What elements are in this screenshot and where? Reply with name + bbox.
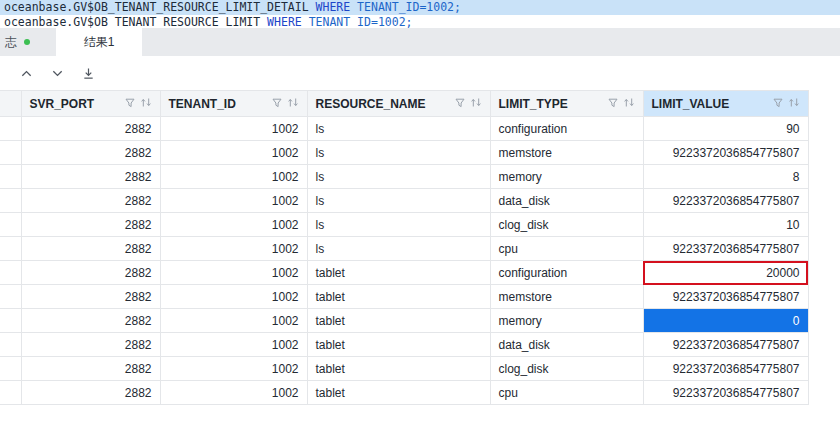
tab-log[interactable]: 志 — [0, 28, 40, 56]
cell-limit_value[interactable]: 90 — [643, 117, 808, 141]
cell-svr_port[interactable]: 2882 — [21, 357, 160, 381]
cell-limit_value[interactable]: 9223372036854775807 — [643, 357, 808, 381]
cell-resource_name[interactable]: ls — [307, 189, 490, 213]
cell-tenant_id[interactable]: 1002 — [160, 357, 307, 381]
cell-tenant_id[interactable]: 1002 — [160, 141, 307, 165]
cell-limit_value[interactable]: 10 — [643, 213, 808, 237]
cell-svr_port[interactable]: 2882 — [21, 285, 160, 309]
column-header-svr_port[interactable]: SVR_PORT — [21, 91, 160, 117]
chevron-down-icon[interactable] — [48, 64, 66, 82]
filter-icon[interactable] — [608, 97, 618, 111]
cell-limit_value[interactable]: 0 — [643, 309, 808, 333]
cell-limit_type[interactable]: memory — [490, 309, 643, 333]
cell-tenant_id[interactable]: 1002 — [160, 189, 307, 213]
cell-limit_type[interactable]: configuration — [490, 117, 643, 141]
row-handle[interactable] — [0, 213, 21, 237]
sort-icon[interactable] — [623, 97, 635, 111]
cell-resource_name[interactable]: tablet — [307, 381, 490, 405]
row-filler — [808, 285, 840, 309]
cell-resource_name[interactable]: tablet — [307, 261, 490, 285]
cell-limit_value[interactable]: 9223372036854775807 — [643, 237, 808, 261]
cell-tenant_id[interactable]: 1002 — [160, 261, 307, 285]
cell-limit_type[interactable]: cpu — [490, 237, 643, 261]
cell-svr_port[interactable]: 2882 — [21, 165, 160, 189]
cell-resource_name[interactable]: ls — [307, 237, 490, 261]
row-handle[interactable] — [0, 189, 21, 213]
cell-resource_name[interactable]: ls — [307, 117, 490, 141]
sort-icon[interactable] — [470, 97, 482, 111]
download-icon[interactable] — [79, 64, 97, 82]
cell-tenant_id[interactable]: 1002 — [160, 285, 307, 309]
cell-resource_name[interactable]: tablet — [307, 333, 490, 357]
sort-icon[interactable] — [287, 97, 299, 111]
header-filler — [808, 91, 840, 117]
column-header-limit_value[interactable]: LIMIT_VALUE — [643, 91, 808, 117]
cell-limit_type[interactable]: clog_disk — [490, 213, 643, 237]
cell-svr_port[interactable]: 2882 — [21, 141, 160, 165]
cell-tenant_id[interactable]: 1002 — [160, 237, 307, 261]
cell-resource_name[interactable]: ls — [307, 213, 490, 237]
row-handle[interactable] — [0, 117, 21, 141]
sort-icon[interactable] — [788, 97, 800, 111]
table-row: 28821002lscpu9223372036854775807 — [0, 237, 840, 261]
sql-line-1[interactable]: oceanbase.GV$OB_TENANT_RESOURCE_LIMIT_DE… — [0, 0, 840, 15]
cell-tenant_id[interactable]: 1002 — [160, 333, 307, 357]
cell-limit_value[interactable]: 9223372036854775807 — [643, 189, 808, 213]
row-handle[interactable] — [0, 141, 21, 165]
row-handle[interactable] — [0, 381, 21, 405]
cell-tenant_id[interactable]: 1002 — [160, 309, 307, 333]
column-header-tenant_id[interactable]: TENANT_ID — [160, 91, 307, 117]
cell-resource_name[interactable]: tablet — [307, 309, 490, 333]
row-handle[interactable] — [0, 285, 21, 309]
row-handle[interactable] — [0, 309, 21, 333]
row-handle[interactable] — [0, 333, 21, 357]
column-header-resource_name[interactable]: RESOURCE_NAME — [307, 91, 490, 117]
cell-limit_type[interactable]: memstore — [490, 141, 643, 165]
cell-svr_port[interactable]: 2882 — [21, 117, 160, 141]
cell-limit_type[interactable]: data_disk — [490, 189, 643, 213]
cell-limit_value[interactable]: 9223372036854775807 — [643, 333, 808, 357]
cell-limit_type[interactable]: memory — [490, 165, 643, 189]
cell-svr_port[interactable]: 2882 — [21, 381, 160, 405]
cell-limit_type[interactable]: memstore — [490, 285, 643, 309]
cell-limit_type[interactable]: clog_disk — [490, 357, 643, 381]
cell-tenant_id[interactable]: 1002 — [160, 117, 307, 141]
cell-limit_value[interactable]: 20000 — [643, 261, 808, 285]
filter-icon[interactable] — [272, 97, 282, 111]
tab-result-1[interactable]: 结果1 — [56, 28, 142, 56]
cell-resource_name[interactable]: tablet — [307, 285, 490, 309]
filter-icon[interactable] — [455, 97, 465, 111]
row-handle[interactable] — [0, 165, 21, 189]
sort-icon[interactable] — [140, 97, 152, 111]
column-header-limit_type[interactable]: LIMIT_TYPE — [490, 91, 643, 117]
sql-editor[interactable]: oceanbase.GV$OB_TENANT_RESOURCE_LIMIT_DE… — [0, 0, 840, 28]
cell-limit_value[interactable]: 9223372036854775807 — [643, 141, 808, 165]
cell-resource_name[interactable]: ls — [307, 141, 490, 165]
filter-icon[interactable] — [125, 97, 135, 111]
cell-resource_name[interactable]: tablet — [307, 357, 490, 381]
row-handle-header[interactable] — [0, 91, 21, 117]
cell-tenant_id[interactable]: 1002 — [160, 381, 307, 405]
row-handle[interactable] — [0, 237, 21, 261]
row-handle[interactable] — [0, 357, 21, 381]
cell-limit_type[interactable]: configuration — [490, 261, 643, 285]
filter-icon[interactable] — [773, 97, 783, 111]
cell-svr_port[interactable]: 2882 — [21, 213, 160, 237]
chevron-up-icon[interactable] — [17, 64, 35, 82]
row-handle[interactable] — [0, 261, 21, 285]
cell-svr_port[interactable]: 2882 — [21, 333, 160, 357]
cell-limit_value[interactable]: 8 — [643, 165, 808, 189]
cell-limit_type[interactable]: cpu — [490, 381, 643, 405]
cell-svr_port[interactable]: 2882 — [21, 237, 160, 261]
sql-line-2[interactable]: oceanbase.GV$OB_TENANT_RESOURCE_LIMIT WH… — [0, 15, 840, 28]
status-dot-icon — [24, 39, 30, 45]
cell-resource_name[interactable]: ls — [307, 165, 490, 189]
cell-limit_value[interactable]: 9223372036854775807 — [643, 381, 808, 405]
cell-svr_port[interactable]: 2882 — [21, 309, 160, 333]
cell-limit_value[interactable]: 9223372036854775807 — [643, 285, 808, 309]
cell-svr_port[interactable]: 2882 — [21, 261, 160, 285]
cell-limit_type[interactable]: data_disk — [490, 333, 643, 357]
cell-tenant_id[interactable]: 1002 — [160, 165, 307, 189]
cell-tenant_id[interactable]: 1002 — [160, 213, 307, 237]
cell-svr_port[interactable]: 2882 — [21, 189, 160, 213]
